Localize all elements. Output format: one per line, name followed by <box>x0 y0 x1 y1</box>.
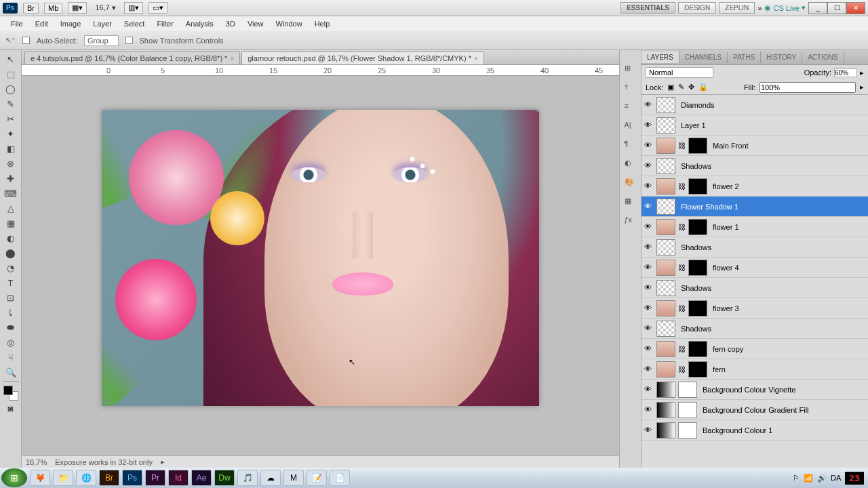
styles-panel-icon[interactable]: ƒx <box>625 216 637 228</box>
layer-thumbnail[interactable] <box>656 402 675 418</box>
layer-name[interactable]: fern <box>710 365 726 373</box>
tab-paths[interactable]: PATHS <box>728 52 761 63</box>
adjustments-panel-icon[interactable]: ◐ <box>625 159 637 171</box>
crop-tool[interactable]: ✂ <box>3 111 19 126</box>
layer-mask-thumbnail[interactable] <box>688 300 707 317</box>
menu-select[interactable]: Select <box>119 18 151 29</box>
layer-row[interactable]: 👁Shadows <box>642 319 868 339</box>
menu-file[interactable]: File <box>5 18 28 29</box>
eyedropper-tool[interactable]: ✦ <box>3 126 19 141</box>
taskbar-indesign-icon[interactable]: Id <box>168 470 189 486</box>
link-icon[interactable]: ⛓ <box>678 365 686 373</box>
visibility-toggle-icon[interactable]: 👁 <box>644 385 654 394</box>
visibility-toggle-icon[interactable]: 👁 <box>644 202 654 211</box>
taskbar-notes-icon[interactable]: 📝 <box>307 470 327 486</box>
blend-mode-dropdown[interactable]: Normal <box>646 67 713 78</box>
taskbar-dreamweaver-icon[interactable]: Dw <box>214 470 235 486</box>
layer-name[interactable]: Main Front <box>710 142 749 150</box>
layer-mask-thumbnail[interactable] <box>688 178 707 195</box>
3d-camera-tool[interactable]: ◎ <box>3 335 19 350</box>
layer-row[interactable]: 👁Layer 1 <box>642 115 868 136</box>
layer-name[interactable]: Diamonds <box>678 101 715 109</box>
layer-row[interactable]: 👁Shadows <box>642 237 868 258</box>
visibility-toggle-icon[interactable]: 👁 <box>644 324 654 333</box>
layer-name[interactable]: Background Colour Vignette <box>700 386 795 394</box>
layer-name[interactable]: Flower Shadow 1 <box>678 203 738 211</box>
histogram-panel-icon[interactable]: ⫯ <box>625 83 637 95</box>
layer-thumbnail[interactable] <box>656 97 675 113</box>
lock-position-icon[interactable]: ✥ <box>688 83 694 92</box>
tray-lang[interactable]: DA <box>831 474 841 482</box>
taskbar-doc-icon[interactable]: 📄 <box>330 470 350 486</box>
layer-thumbnail[interactable] <box>656 321 675 337</box>
start-button[interactable]: ⊞ <box>1 468 27 487</box>
layer-row[interactable]: 👁⛓flower 4 <box>642 258 868 278</box>
layer-name[interactable]: Layer 1 <box>678 121 706 129</box>
zoom-dropdown[interactable]: 16,7 ▾ <box>92 3 118 12</box>
tray-flag-icon[interactable]: ⚐ <box>793 474 800 483</box>
visibility-toggle-icon[interactable]: 👁 <box>644 182 654 191</box>
lasso-tool[interactable]: ◯ <box>3 81 19 96</box>
layer-name[interactable]: Shadows <box>678 325 711 333</box>
workspace-design[interactable]: DESIGN <box>678 2 716 14</box>
layer-thumbnail[interactable] <box>656 138 675 154</box>
taskbar-photoshop-icon[interactable]: Ps <box>122 470 142 486</box>
taskbar-explorer-icon[interactable]: 📁 <box>53 470 73 486</box>
menu-window[interactable]: Window <box>271 18 308 29</box>
tab-history[interactable]: HISTORY <box>761 52 802 63</box>
taskbar-cloud-icon[interactable]: ☁ <box>260 470 281 486</box>
maximize-button[interactable]: ☐ <box>827 2 846 14</box>
layer-thumbnail[interactable] <box>656 158 675 174</box>
character-panel-icon[interactable]: A| <box>625 121 637 133</box>
visibility-toggle-icon[interactable]: 👁 <box>644 121 654 130</box>
layer-thumbnail[interactable] <box>656 341 675 357</box>
layer-row[interactable]: 👁Background Colour Gradient Fill <box>642 400 868 420</box>
shape-tool[interactable]: ⤹ <box>3 305 19 320</box>
quick-select-tool[interactable]: ✎ <box>3 96 19 111</box>
healing-tool[interactable]: ◧ <box>3 141 19 156</box>
layer-name[interactable]: Shadows <box>678 162 711 170</box>
opacity-scrubber-icon[interactable]: ▸ <box>860 68 864 77</box>
menu-view[interactable]: View <box>242 18 269 29</box>
lock-transparency-icon[interactable]: ▣ <box>667 83 674 92</box>
layer-mask-thumbnail[interactable] <box>688 341 707 357</box>
foreground-color-swatch[interactable] <box>3 386 13 395</box>
history-brush-tool[interactable]: ⌨ <box>3 186 19 201</box>
tray-network-icon[interactable]: 📶 <box>804 474 813 483</box>
layer-mask-thumbnail[interactable] <box>688 219 707 235</box>
layer-thumbnail[interactable] <box>656 117 675 134</box>
taskbar-bridge-icon[interactable]: Br <box>99 470 119 486</box>
type-tool[interactable]: T <box>3 275 19 290</box>
layer-mask-thumbnail[interactable] <box>678 382 697 398</box>
layer-thumbnail[interactable] <box>656 300 675 317</box>
layer-row[interactable]: 👁Background Colour Vignette <box>642 380 868 400</box>
workspace-zeplin[interactable]: ZEPLIN <box>719 2 755 14</box>
menu-filter[interactable]: Filter <box>151 18 178 29</box>
taskbar-media-icon[interactable]: 🎵 <box>237 470 258 486</box>
link-icon[interactable]: ⛓ <box>678 304 686 312</box>
layer-name[interactable]: Shadows <box>678 284 711 292</box>
screen-mode-button[interactable]: ▦▾ <box>68 2 87 14</box>
visibility-toggle-icon[interactable]: 👁 <box>644 161 654 171</box>
cs-live-button[interactable]: ◉ CS Live ▾ <box>764 3 806 12</box>
visibility-toggle-icon[interactable]: 👁 <box>644 344 654 354</box>
auto-select-checkbox[interactable] <box>22 37 30 44</box>
status-menu-icon[interactable]: ▸ <box>161 458 165 466</box>
fill-input[interactable] <box>760 82 856 93</box>
layer-row[interactable]: 👁⛓flower 2 <box>642 176 868 197</box>
fill-scrubber-icon[interactable]: ▸ <box>860 83 864 92</box>
menu-3d[interactable]: 3D <box>220 18 241 29</box>
brush-tool[interactable]: ⊗ <box>3 156 19 171</box>
layer-name[interactable]: Background Colour 1 <box>700 426 772 434</box>
taskbar-chrome-icon[interactable]: 🌐 <box>76 470 96 486</box>
layer-mask-thumbnail[interactable] <box>688 361 707 378</box>
tab-channels[interactable]: CHANNELS <box>679 52 728 63</box>
layer-row[interactable]: 👁Shadows <box>642 156 868 176</box>
visibility-toggle-icon[interactable]: 👁 <box>644 263 654 272</box>
taskbar-premiere-icon[interactable]: Pr <box>145 470 165 486</box>
visibility-toggle-icon[interactable]: 👁 <box>644 405 654 415</box>
layer-name[interactable]: flower 2 <box>710 182 739 190</box>
layer-row[interactable]: 👁⛓flower 1 <box>642 217 868 237</box>
layers-list[interactable]: 👁Diamonds👁Layer 1👁⛓Main Front👁Shadows👁⛓f… <box>642 95 868 468</box>
menu-layer[interactable]: Layer <box>87 18 117 29</box>
